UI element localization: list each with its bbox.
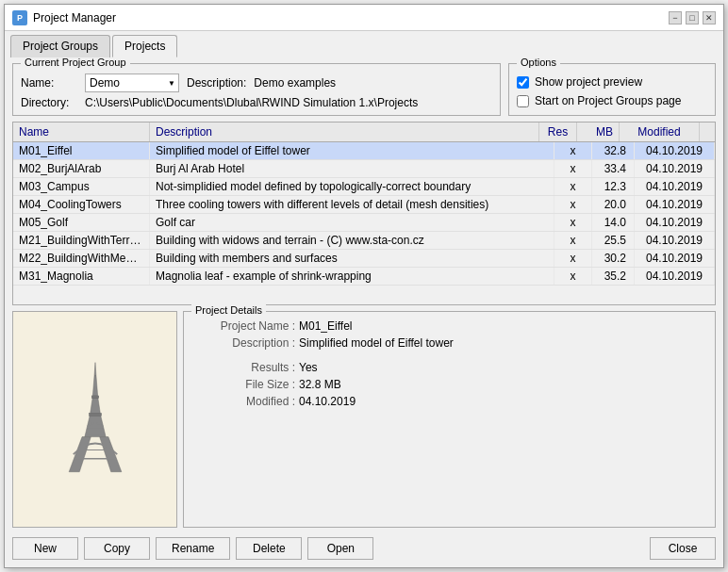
svg-marker-4 bbox=[92, 376, 98, 398]
table-row[interactable]: M03_Campus Not-simplidied model defined … bbox=[13, 178, 715, 196]
project-details-box: Project Details Project Name : M01_Eiffe… bbox=[183, 311, 716, 528]
main-window: P Project Manager − □ ✕ Project Groups P… bbox=[4, 4, 724, 568]
close-button[interactable]: Close bbox=[650, 537, 716, 560]
td-res: x bbox=[554, 142, 592, 159]
td-description: Not-simplidied model defined by topologi… bbox=[150, 178, 554, 195]
th-modified[interactable]: Modified bbox=[620, 123, 700, 141]
detail-description-label: Description : bbox=[195, 336, 299, 350]
rename-button[interactable]: Rename bbox=[156, 537, 230, 560]
svg-marker-3 bbox=[90, 398, 100, 416]
th-description[interactable]: Description bbox=[150, 123, 539, 141]
options-title: Options bbox=[517, 57, 560, 68]
td-description: Magnolia leaf - example of shrink-wrappi… bbox=[150, 268, 554, 285]
td-name: M22_BuildingWithMembers bbox=[13, 250, 150, 267]
detail-results-value: Yes bbox=[299, 361, 318, 374]
detail-results-label: Results : bbox=[195, 361, 299, 374]
window-title: Project Manager bbox=[33, 11, 116, 25]
table-row[interactable]: M02_BurjAlArab Burj Al Arab Hotel x 33.4… bbox=[13, 160, 715, 178]
cpg-dir-path: C:\Users\Public\Documents\Dlubal\RWIND S… bbox=[85, 96, 418, 109]
detail-description-row: Description : Simplified model of Eiffel… bbox=[195, 336, 703, 350]
open-button[interactable]: Open bbox=[307, 537, 373, 560]
show-preview-checkbox[interactable] bbox=[517, 76, 529, 89]
td-name: M21_BuildingWithTerrain bbox=[13, 232, 150, 249]
table-row[interactable]: M22_BuildingWithMembers Building with me… bbox=[13, 250, 715, 268]
cpg-description-label: Description: bbox=[187, 76, 246, 90]
projects-table: Name Description Res MB Modified M01_Eif… bbox=[12, 122, 716, 305]
detail-modified-row: Modified : 04.10.2019 bbox=[195, 395, 703, 408]
app-icon: P bbox=[12, 10, 27, 25]
th-mb[interactable]: MB bbox=[577, 123, 620, 141]
eiffel-tower-svg bbox=[58, 358, 133, 481]
tab-projects[interactable]: Projects bbox=[112, 35, 177, 57]
project-details-title: Project Details bbox=[191, 304, 266, 316]
right-buttons: Close bbox=[650, 537, 716, 560]
cpg-name-label: Name: bbox=[21, 76, 77, 90]
td-modified: 04.10.2019 bbox=[635, 268, 715, 285]
bottom-row: Project Details Project Name : M01_Eiffe… bbox=[12, 311, 716, 528]
copy-button[interactable]: Copy bbox=[84, 537, 150, 560]
title-bar-left: P Project Manager bbox=[12, 10, 116, 25]
td-modified: 04.10.2019 bbox=[635, 196, 715, 213]
options-box: Options Show project preview Start on Pr… bbox=[508, 63, 716, 116]
start-on-groups-checkbox[interactable] bbox=[517, 95, 529, 107]
show-preview-label: Show project preview bbox=[535, 75, 642, 89]
td-res: x bbox=[554, 160, 592, 177]
td-mb: 33.4 bbox=[592, 160, 635, 177]
th-res[interactable]: Res bbox=[539, 123, 577, 141]
table-body[interactable]: M01_Eiffel Simplified model of Eiffel to… bbox=[13, 142, 715, 304]
new-button[interactable]: New bbox=[12, 537, 78, 560]
td-mb: 20.0 bbox=[592, 196, 635, 213]
window-close-button[interactable]: ✕ bbox=[703, 11, 716, 25]
table-header: Name Description Res MB Modified bbox=[13, 123, 715, 142]
tab-project-groups[interactable]: Project Groups bbox=[10, 35, 110, 57]
td-modified: 04.10.2019 bbox=[635, 160, 715, 177]
td-res: x bbox=[554, 268, 592, 285]
th-scroll bbox=[700, 123, 715, 141]
td-mb: 12.3 bbox=[592, 178, 635, 195]
cpg-title: Current Project Group bbox=[21, 57, 130, 68]
start-on-groups-label: Start on Project Groups page bbox=[535, 94, 681, 107]
table-row[interactable]: M21_BuildingWithTerrain Building with wi… bbox=[13, 232, 715, 250]
detail-project-name-label: Project Name : bbox=[195, 319, 299, 333]
svg-rect-10 bbox=[89, 414, 101, 417]
table-row[interactable]: M01_Eiffel Simplified model of Eiffel to… bbox=[13, 142, 715, 160]
delete-button[interactable]: Delete bbox=[236, 537, 302, 560]
td-description: Building with widows and terrain - (C) w… bbox=[150, 232, 554, 249]
td-mb: 35.2 bbox=[592, 268, 635, 285]
left-buttons: New Copy Rename Delete Open bbox=[12, 537, 373, 560]
td-description: Golf car bbox=[150, 214, 554, 231]
td-description: Simplified model of Eiffel tower bbox=[150, 142, 554, 159]
detail-filesize-row: File Size : 32.8 MB bbox=[195, 378, 703, 391]
td-description: Building with members and surfaces bbox=[150, 250, 554, 267]
td-name: M05_Golf bbox=[13, 214, 150, 231]
td-mb: 14.0 bbox=[592, 214, 635, 231]
table-row[interactable]: M05_Golf Golf car x 14.0 04.10.2019 bbox=[13, 214, 715, 232]
td-modified: 04.10.2019 bbox=[635, 178, 715, 195]
cpg-name-row: Name: Demo ▼ Description: Demo examples bbox=[21, 74, 492, 92]
cpg-dir-label: Directory: bbox=[21, 96, 77, 109]
table-row[interactable]: M31_Magnolia Magnolia leaf - example of … bbox=[13, 268, 715, 286]
minimize-button[interactable]: − bbox=[669, 11, 682, 25]
td-mb: 30.2 bbox=[592, 250, 635, 267]
td-mb: 32.8 bbox=[592, 142, 635, 159]
cpg-name-select[interactable]: Demo bbox=[85, 74, 179, 92]
table-row[interactable]: M04_CoolingTowers Three cooling towers w… bbox=[13, 196, 715, 214]
svg-rect-11 bbox=[91, 396, 98, 399]
detail-project-name-row: Project Name : M01_Eiffel bbox=[195, 319, 703, 333]
th-name[interactable]: Name bbox=[13, 123, 150, 141]
svg-marker-5 bbox=[94, 363, 96, 376]
button-row: New Copy Rename Delete Open Close bbox=[12, 533, 716, 562]
td-res: x bbox=[554, 214, 592, 231]
detail-filesize-value: 32.8 MB bbox=[299, 378, 341, 391]
td-name: M02_BurjAlArab bbox=[13, 160, 150, 177]
td-name: M31_Magnolia bbox=[13, 268, 150, 285]
project-preview bbox=[12, 311, 177, 528]
td-name: M04_CoolingTowers bbox=[13, 196, 150, 213]
window-controls: − □ ✕ bbox=[669, 11, 716, 25]
detail-project-name-value: M01_Eiffel bbox=[299, 319, 352, 333]
svg-marker-0 bbox=[69, 437, 91, 472]
detail-modified-label: Modified : bbox=[195, 395, 299, 408]
td-name: M01_Eiffel bbox=[13, 142, 150, 159]
maximize-button[interactable]: □ bbox=[686, 11, 699, 25]
td-modified: 04.10.2019 bbox=[635, 250, 715, 267]
